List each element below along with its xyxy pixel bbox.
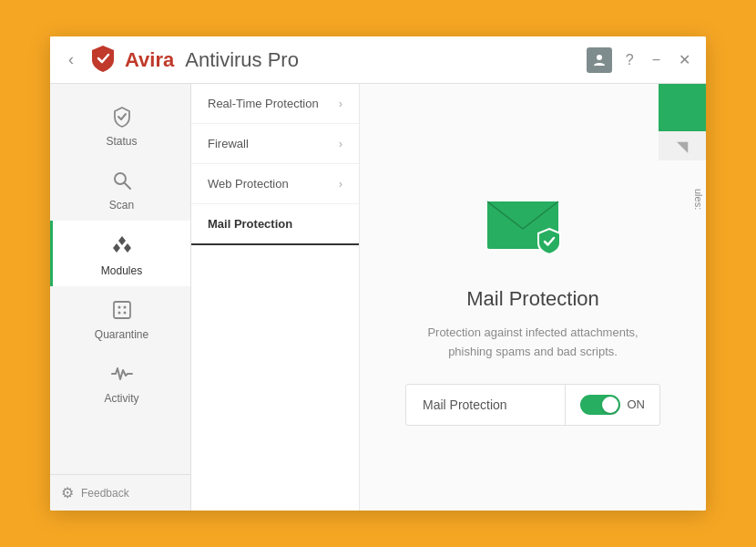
back-button[interactable]: ‹ bbox=[61, 46, 81, 73]
svg-marker-4 bbox=[113, 243, 120, 253]
sidebar-item-status[interactable]: Status bbox=[50, 93, 190, 157]
content-header: ⚙ bbox=[360, 84, 706, 119]
sidebar-footer: ⚙ Feedback bbox=[50, 474, 190, 511]
mail-protection-icon bbox=[487, 194, 578, 267]
quarantine-label: Quarantine bbox=[95, 328, 148, 341]
submenu-firewall-label: Firewall bbox=[208, 137, 249, 150]
chevron-right-icon: › bbox=[339, 177, 342, 191]
status-label: Status bbox=[106, 135, 137, 148]
modules-label: Modules bbox=[101, 264, 142, 277]
activity-label: Activity bbox=[104, 392, 138, 405]
svg-point-1 bbox=[115, 173, 126, 184]
svg-point-10 bbox=[123, 312, 126, 315]
panel-side-label: ules: bbox=[693, 189, 704, 210]
sidebar-item-scan[interactable]: Scan bbox=[50, 157, 190, 221]
minimize-button[interactable]: − bbox=[648, 50, 665, 70]
quarantine-icon bbox=[111, 299, 133, 325]
mail-protection-toggle[interactable] bbox=[580, 395, 620, 415]
help-button[interactable]: ? bbox=[621, 50, 639, 70]
toggle-control: ON bbox=[566, 386, 660, 424]
modules-icon bbox=[110, 233, 134, 261]
svg-rect-6 bbox=[114, 302, 130, 318]
submenu-item-web-protection[interactable]: Web Protection › bbox=[191, 164, 359, 204]
svg-point-9 bbox=[117, 312, 120, 315]
sidebar: Status Scan bbox=[50, 84, 191, 511]
title-bar-right: ? − ✕ bbox=[587, 47, 695, 73]
svg-line-2 bbox=[125, 183, 130, 189]
svg-point-8 bbox=[123, 306, 126, 309]
submenu-panel: Real-Time Protection › Firewall › Web Pr… bbox=[191, 84, 360, 511]
scan-icon bbox=[111, 170, 133, 195]
feature-title: Mail Protection bbox=[466, 287, 599, 311]
submenu-item-firewall[interactable]: Firewall › bbox=[191, 124, 359, 164]
app-title-product: Antivirus Pro bbox=[185, 48, 299, 72]
content-area: ⚙ ◥ ules: bbox=[360, 84, 706, 511]
mail-envelope-svg bbox=[487, 194, 569, 256]
chevron-right-icon: › bbox=[339, 137, 342, 150]
settings-gear-icon[interactable]: ⚙ bbox=[61, 484, 74, 501]
sidebar-item-quarantine[interactable]: Quarantine bbox=[50, 286, 190, 350]
avira-logo-icon bbox=[88, 44, 117, 77]
title-bar: ‹ Avira Antivirus Pro ? − ✕ bbox=[50, 36, 706, 84]
activity-icon bbox=[110, 363, 134, 388]
sidebar-item-activity[interactable]: Activity bbox=[50, 350, 190, 414]
close-button[interactable]: ✕ bbox=[674, 49, 695, 70]
feedback-label: Feedback bbox=[81, 487, 129, 500]
chevron-right-icon: › bbox=[339, 97, 342, 110]
sidebar-item-modules[interactable]: Modules bbox=[50, 221, 190, 286]
svg-point-7 bbox=[117, 306, 120, 309]
content-body: Mail Protection Protection against infec… bbox=[360, 119, 706, 511]
submenu-item-mail-protection[interactable]: Mail Protection bbox=[191, 204, 359, 245]
app-title-brand: Avira bbox=[125, 48, 174, 72]
main-area: Status Scan bbox=[50, 84, 706, 511]
submenu-item-real-time-protection[interactable]: Real-Time Protection › bbox=[191, 84, 359, 124]
sidebar-nav: Status Scan bbox=[50, 84, 190, 474]
green-accent-block bbox=[659, 84, 706, 131]
svg-marker-5 bbox=[124, 243, 131, 253]
svg-marker-3 bbox=[118, 236, 126, 245]
corner-icon: ◥ bbox=[677, 138, 688, 155]
toggle-state-label: ON bbox=[628, 397, 646, 411]
submenu-mail-label: Mail Protection bbox=[208, 217, 292, 231]
svg-point-0 bbox=[597, 55, 602, 60]
title-bar-left: ‹ Avira Antivirus Pro bbox=[61, 44, 587, 77]
right-panel-corner: ◥ bbox=[659, 131, 706, 160]
submenu-web-label: Web Protection bbox=[208, 177, 289, 191]
status-icon bbox=[111, 106, 133, 131]
scan-label: Scan bbox=[109, 199, 134, 212]
app-window: ‹ Avira Antivirus Pro ? − ✕ bbox=[50, 36, 706, 511]
mail-protection-toggle-row: Mail Protection ON bbox=[405, 384, 660, 426]
toggle-row-label: Mail Protection bbox=[406, 385, 566, 425]
user-icon-button[interactable] bbox=[587, 47, 612, 73]
feature-description: Protection against infected attachments,… bbox=[414, 324, 651, 362]
submenu-real-time-label: Real-Time Protection bbox=[208, 97, 319, 110]
